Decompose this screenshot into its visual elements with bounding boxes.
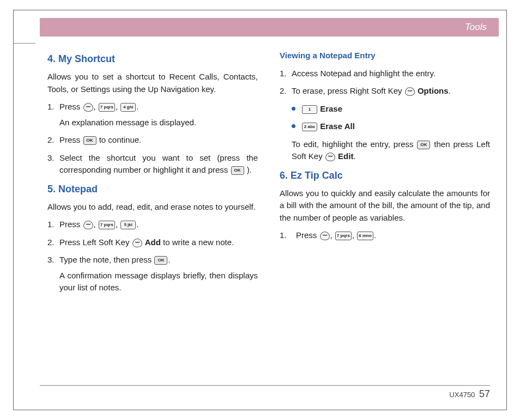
step-number: 3. (47, 152, 55, 165)
key-7-icon: 7 pqrs (99, 221, 115, 229)
bold-edit: Edit (338, 151, 353, 161)
comma: , (330, 230, 335, 240)
text: to write a new note. (163, 238, 234, 247)
text: Select the shortcut you want to set (pre… (59, 153, 258, 175)
ok-key-icon: OK (83, 136, 96, 145)
comma: , (116, 102, 120, 111)
right-column: Viewing a Notepad Entry 1. Access Notepa… (280, 48, 490, 377)
step-number: 3. (47, 254, 55, 266)
footer-rule (40, 385, 490, 386)
viewing-subheading: Viewing a Notepad Entry (280, 50, 490, 62)
bullet-icon (292, 124, 295, 128)
text: Press (296, 230, 319, 240)
sec5-step2: 2. Press Left Soft Key 〰 Add to write a … (47, 236, 258, 249)
key-7-icon: 7 pqrs (335, 232, 352, 240)
comma: , (116, 220, 120, 229)
menu-soft-key-icon: 〰 (83, 103, 93, 112)
sec4-step2: 2. Press OK to continue. (47, 134, 258, 147)
text: Type the note, then press (59, 255, 154, 264)
step-number: 1. (47, 101, 55, 113)
viewing-steps: 1. Access Notepad and highlight the entr… (280, 68, 490, 98)
text: Press (59, 220, 83, 229)
erase-all-bullet: 2 abc Erase All (280, 120, 490, 133)
section-6-heading: 6. Ez Tip Calc (280, 168, 490, 183)
step-number: 1. (280, 229, 287, 242)
page-frame: Tools 4. My Shortcut Allows you to set a… (13, 10, 507, 410)
section-5-steps: 1. Press 〰, 7 pqrs, 5 jkl. 2. Press Left… (47, 218, 258, 294)
step-number: 2. (280, 85, 287, 98)
ok-key-icon: OK (231, 166, 244, 175)
text: An explanation message is displayed. (59, 118, 196, 127)
section-5-heading: 5. Notepad (47, 182, 258, 197)
menu-soft-key-icon: 〰 (320, 232, 330, 240)
key-1-icon: 1 (302, 105, 317, 114)
sec5-step1: 1. Press 〰, 7 pqrs, 5 jkl. (47, 218, 258, 231)
header-title: Tools (465, 22, 487, 33)
sec4-step3: 3. Select the shortcut you want to set (… (47, 152, 258, 176)
view-step1: 1. Access Notepad and highlight the entr… (280, 68, 490, 80)
sec6-step1: 1. Press 〰, 7 pqrs, 6 mno. (280, 229, 490, 242)
text: Press (59, 102, 83, 111)
comma: , (94, 220, 98, 229)
step-number: 2. (47, 236, 55, 249)
header-bar: Tools (40, 18, 499, 36)
footer: UX4750 57 (449, 388, 490, 400)
period: . (168, 255, 170, 264)
text: Press Left Soft Key (59, 238, 132, 247)
left-soft-key-icon: 〰 (132, 239, 142, 247)
sec4-step1: 1. Press 〰, 7 pqrs, 4 ghi. An explanatio… (47, 101, 258, 129)
erase-bullet: 1 Erase (280, 103, 490, 115)
period: . (374, 230, 376, 240)
text: Press (59, 135, 83, 144)
bold-erase-all: Erase All (320, 121, 355, 131)
left-margin-rule (14, 43, 35, 44)
ok-key-icon: OK (417, 141, 430, 149)
view-step2: 2. To erase, press Right Soft Key 〰 Opti… (280, 85, 490, 98)
ok-key-icon: OK (154, 256, 167, 265)
model-number: UX4750 (449, 391, 475, 399)
section-4-intro: Allows you to set a shortcut to Recent C… (47, 71, 258, 95)
period: . (136, 220, 138, 229)
key-7-icon: 7 pqrs (99, 103, 115, 112)
text: A confirmation message displays briefly,… (59, 271, 258, 293)
key-2-icon: 2 abc (302, 123, 317, 131)
key-4-icon: 4 ghi (120, 103, 136, 112)
content-area: 4. My Shortcut Allows you to set a short… (47, 48, 490, 377)
menu-soft-key-icon: 〰 (83, 221, 93, 229)
text: Access Notepad and highlight the entry. (292, 69, 436, 78)
text: to continue. (99, 135, 142, 144)
sec5-step3: 3. Type the note, then press OK. A confi… (47, 254, 258, 294)
left-column: 4. My Shortcut Allows you to set a short… (47, 48, 258, 377)
bold-options: Options (418, 86, 449, 95)
section-4-heading: 4. My Shortcut (47, 52, 258, 66)
comma: , (352, 230, 356, 240)
section-5-intro: Allows you to add, read, edit, and erase… (47, 201, 258, 214)
step-number: 1. (47, 218, 55, 231)
edit-paragraph: To edit, highlight the entry, press OK t… (280, 138, 490, 163)
right-soft-key-icon: 〰 (405, 87, 415, 96)
period: . (136, 102, 138, 111)
page-number: 57 (479, 388, 490, 399)
text: . (353, 151, 355, 161)
left-soft-key-icon: 〰 (325, 153, 335, 161)
bullet-icon (292, 107, 295, 111)
step-number: 1. (280, 68, 287, 80)
bold-erase: Erase (320, 104, 342, 113)
key-5-icon: 5 jkl (120, 221, 136, 229)
text: To erase, press Right Soft Key (292, 86, 404, 95)
text: To edit, highlight the entry, press (292, 139, 416, 149)
text: . (449, 86, 451, 95)
text: ). (247, 165, 252, 174)
bold-add: Add (145, 238, 161, 247)
section-6-steps: 1. Press 〰, 7 pqrs, 6 mno. (280, 229, 490, 242)
key-6-icon: 6 mno (357, 232, 373, 240)
section-4-steps: 1. Press 〰, 7 pqrs, 4 ghi. An explanatio… (47, 101, 258, 176)
section-6-intro: Allows you to quickly and easily calcula… (280, 187, 490, 224)
step-number: 2. (47, 134, 55, 147)
comma: , (94, 102, 98, 111)
